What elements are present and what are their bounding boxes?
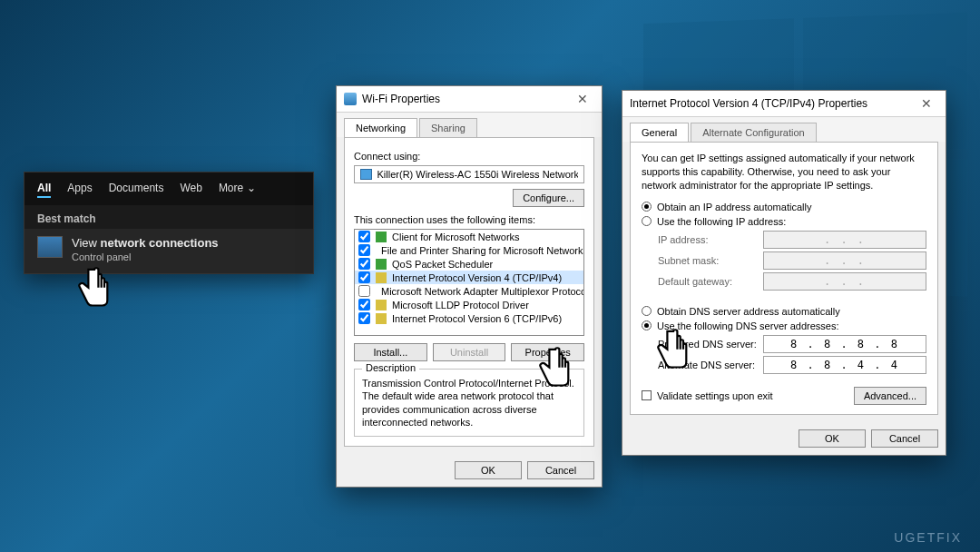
list-item[interactable]: File and Printer Sharing for Microsoft N… — [355, 243, 583, 257]
checkbox-icon[interactable] — [358, 244, 370, 256]
radio-auto-ip[interactable]: Obtain an IP address automatically — [642, 202, 926, 212]
search-tab-documents[interactable]: Documents — [109, 182, 164, 198]
ipv4-properties-dialog: Internet Protocol Version 4 (TCP/IPv4) P… — [622, 90, 946, 456]
search-section-label: Best match — [24, 205, 313, 229]
radio-auto-dns[interactable]: Obtain DNS server address automatically — [642, 306, 926, 317]
list-item[interactable]: Internet Protocol Version 6 (TCP/IPv6) — [355, 311, 583, 325]
uses-label: This connection uses the following items… — [354, 214, 584, 225]
list-item[interactable]: Microsoft LLDP Protocol Driver — [355, 298, 583, 311]
list-item[interactable]: Client for Microsoft Networks — [355, 230, 583, 243]
search-panel: All Apps Documents Web More ⌄ Best match… — [24, 172, 314, 274]
protocol-icon — [376, 272, 387, 283]
close-icon[interactable]: ✕ — [571, 92, 594, 106]
cancel-button[interactable]: Cancel — [871, 429, 938, 448]
adapter-field[interactable]: Killer(R) Wireless-AC 1550i Wireless Net… — [354, 165, 584, 183]
ipv4-button-row: OK Cancel — [622, 422, 946, 455]
label-mask: Subnet mask: — [658, 255, 719, 266]
tab-networking[interactable]: Networking — [344, 118, 417, 137]
checkbox-icon[interactable] — [358, 258, 370, 270]
list-item-label: Internet Protocol Version 4 (TCP/IPv4) — [392, 272, 562, 283]
checkbox-icon[interactable] — [358, 231, 370, 242]
search-result-title: View network connections — [72, 236, 219, 250]
uninstall-button: Uninstall — [433, 343, 506, 361]
list-item-label: Microsoft Network Adapter Multiplexor Pr… — [381, 286, 584, 297]
search-tab-more[interactable]: More ⌄ — [219, 182, 256, 198]
advanced-button[interactable]: Advanced... — [854, 387, 926, 405]
input-ip: . . . — [763, 231, 926, 249]
wifi-button-row: OK Cancel — [337, 454, 602, 487]
close-icon[interactable]: ✕ — [915, 96, 938, 111]
description-legend: Description — [362, 362, 419, 373]
wifi-titlebar[interactable]: Wi-Fi Properties ✕ — [337, 86, 602, 113]
checkbox-icon[interactable] — [358, 299, 370, 310]
ipv4-intro: You can get IP settings assigned automat… — [642, 152, 926, 192]
list-item-label: Internet Protocol Version 6 (TCP/IPv6) — [392, 313, 562, 324]
description-text: Transmission Control Protocol/Internet P… — [362, 377, 576, 429]
ipv4-titlebar[interactable]: Internet Protocol Version 4 (TCP/IPv4) P… — [622, 91, 946, 117]
label-ip: IP address: — [658, 234, 708, 245]
tab-general[interactable]: General — [630, 123, 689, 142]
input-alternate-dns[interactable]: 8 . 8 . 4 . 4 — [763, 356, 926, 374]
cancel-button[interactable]: Cancel — [527, 461, 594, 479]
input-preferred-dns[interactable]: 8 . 8 . 8 . 8 — [763, 335, 926, 353]
label-alternate-dns: Alternate DNS server: — [658, 360, 755, 370]
protocol-icon — [376, 300, 387, 310]
search-result-subtitle: Control panel — [72, 251, 219, 262]
input-gw: . . . — [763, 272, 926, 291]
tab-alternate[interactable]: Alternate Configuration — [691, 123, 817, 142]
checkbox-icon[interactable] — [358, 271, 370, 283]
list-item[interactable]: Microsoft Network Adapter Multiplexor Pr… — [355, 284, 583, 298]
properties-button[interactable]: Properties — [511, 343, 584, 361]
ipv4-tab-body: You can get IP settings assigned automat… — [630, 142, 938, 415]
list-item[interactable]: Internet Protocol Version 4 (TCP/IPv4) — [355, 271, 583, 284]
protocol-icon — [376, 259, 387, 270]
search-tab-more-label: More — [219, 182, 243, 194]
search-tab-all[interactable]: All — [37, 182, 51, 198]
wifi-title: Wi-Fi Properties — [362, 93, 565, 105]
list-item[interactable]: QoS Packet Scheduler — [355, 257, 583, 271]
list-item-label: Microsoft LLDP Protocol Driver — [392, 300, 529, 310]
install-button[interactable]: Install... — [354, 343, 427, 361]
protocol-icon — [376, 232, 387, 242]
connection-items-list[interactable]: Client for Microsoft NetworksFile and Pr… — [354, 229, 584, 336]
checkbox-icon[interactable] — [358, 312, 370, 324]
tab-sharing[interactable]: Sharing — [419, 118, 477, 137]
search-tab-web[interactable]: Web — [180, 182, 201, 198]
radio-manual-ip[interactable]: Use the following IP address: — [642, 216, 926, 227]
search-tabstrip: All Apps Documents Web More ⌄ — [24, 172, 313, 205]
search-tab-apps[interactable]: Apps — [67, 182, 92, 198]
radio-manual-dns[interactable]: Use the following DNS server addresses: — [642, 320, 926, 331]
label-gw: Default gateway: — [658, 276, 732, 287]
list-item-label: Client for Microsoft Networks — [392, 232, 520, 242]
chevron-down-icon: ⌄ — [247, 182, 256, 194]
watermark: UGETFIX — [894, 530, 962, 545]
checkbox-icon[interactable] — [358, 285, 370, 297]
adapter-name: Killer(R) Wireless-AC 1550i Wireless Net… — [377, 169, 578, 180]
checkbox-validate[interactable]: Validate settings upon exit — [642, 390, 773, 401]
protocol-icon — [376, 313, 387, 324]
connect-using-label: Connect using: — [354, 151, 584, 162]
wifi-icon — [344, 93, 357, 105]
list-item-label: File and Printer Sharing for Microsoft N… — [381, 245, 584, 256]
ok-button[interactable]: OK — [799, 429, 866, 448]
wifi-tabstrip: Networking Sharing — [337, 113, 602, 137]
search-result[interactable]: View network connections Control panel — [24, 229, 313, 273]
wifi-properties-dialog: Wi-Fi Properties ✕ Networking Sharing Co… — [336, 85, 603, 488]
ipv4-tabstrip: General Alternate Configuration — [622, 117, 946, 142]
description-group: Description Transmission Control Protoco… — [354, 369, 584, 437]
configure-button[interactable]: Configure... — [513, 189, 584, 207]
network-connections-icon — [37, 236, 63, 258]
label-preferred-dns: Preferred DNS server: — [658, 339, 757, 350]
ok-button[interactable]: OK — [455, 461, 522, 479]
ipv4-title: Internet Protocol Version 4 (TCP/IPv4) P… — [630, 97, 909, 110]
input-mask: . . . — [763, 251, 926, 270]
wifi-tab-body: Connect using: Killer(R) Wireless-AC 155… — [344, 137, 594, 447]
list-item-label: QoS Packet Scheduler — [392, 259, 493, 270]
adapter-icon — [360, 169, 372, 180]
